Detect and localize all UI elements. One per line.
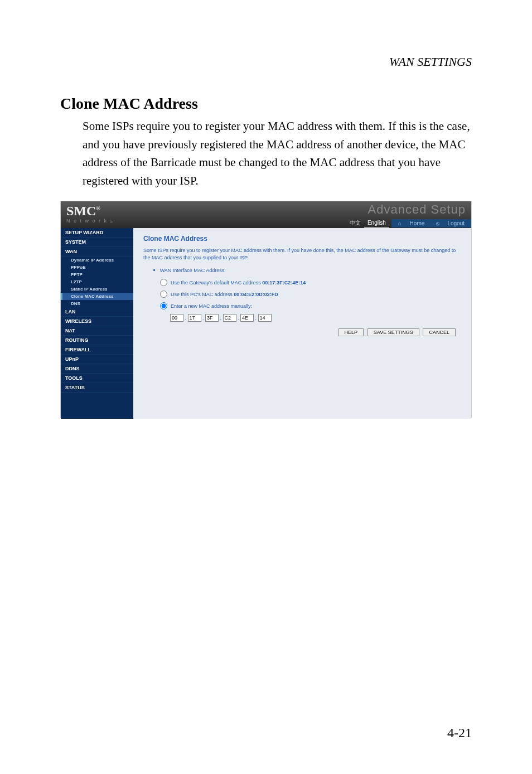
mac-octet-4[interactable] — [223, 314, 236, 322]
sidebar-item-routing[interactable]: ROUTING — [61, 336, 133, 345]
panel-title: Clone MAC Address — [143, 235, 461, 243]
mac-input-row: : : : : : — [143, 314, 461, 322]
home-link[interactable]: Home — [407, 219, 428, 228]
sidebar-item-dynamic-ip-address[interactable]: Dynamic IP Address — [61, 257, 133, 264]
cancel-button[interactable]: CANCEL — [423, 328, 456, 336]
opt1-text: Use the Gateway's default MAC address — [171, 280, 262, 286]
opt2-mac: 00:04:E2:0D:02:FD — [234, 292, 278, 297]
sidebar-item-dns[interactable]: DNS — [61, 300, 133, 307]
app-header: SMC® N e t w o r k s Advanced Setup 中文 E… — [61, 201, 471, 228]
radio-manual-mac[interactable] — [160, 302, 167, 309]
sidebar-item-firewall[interactable]: FIREWALL — [61, 345, 133, 355]
logout-icon: ⎋ — [433, 219, 443, 228]
logo: SMC® — [66, 204, 100, 219]
mac-octet-6[interactable] — [258, 314, 272, 322]
home-logout-bar: ⌂ Home ⎋ Logout — [391, 219, 471, 228]
sidebar-item-pptp[interactable]: PPTP — [61, 271, 133, 278]
sidebar-item-wireless[interactable]: WIRELESS — [61, 317, 133, 326]
sidebar-item-system[interactable]: SYSTEM — [61, 238, 133, 247]
sidebar-item-pppoe[interactable]: PPPoE — [61, 264, 133, 271]
app-title: Advanced Setup — [368, 202, 466, 217]
mac-octet-5[interactable] — [240, 314, 254, 322]
logo-reg: ® — [96, 205, 100, 211]
sidebar-item-l2tp[interactable]: L2TP — [61, 278, 133, 286]
opt2-text: Use this PC's MAC address — [171, 292, 234, 297]
page-number: 4-21 — [447, 725, 472, 741]
logo-text: SMC — [66, 204, 96, 218]
lang-chinese-link[interactable]: 中文 — [346, 218, 364, 228]
mac-octet-1[interactable] — [170, 314, 183, 322]
sidebar-item-status[interactable]: STATUS — [61, 383, 133, 393]
section-title: Clone MAC Address — [60, 95, 198, 113]
language-bar: 中文 English ⌂ Home ⎋ Logout — [346, 218, 471, 228]
lang-english-link[interactable]: English — [364, 219, 389, 228]
wan-mac-label: WAN Interface MAC Address: — [143, 268, 461, 273]
mac-octet-2[interactable] — [188, 314, 201, 322]
radio-option-manual-mac[interactable]: Enter a new MAC address manually: — [143, 302, 461, 309]
sidebar-item-tools[interactable]: TOOLS — [61, 374, 133, 383]
opt1-mac: 00:17:3F:C2:4E:14 — [262, 280, 306, 286]
sidebar: SETUP WIZARDSYSTEMWANDynamic IP AddressP… — [61, 228, 133, 419]
save-settings-button[interactable]: SAVE SETTINGS — [367, 328, 419, 336]
radio-option-pc-mac[interactable]: Use this PC's MAC address 00:04:E2:0D:02… — [143, 291, 461, 298]
sidebar-item-nat[interactable]: NAT — [61, 326, 133, 336]
radio-pc-mac[interactable] — [160, 291, 167, 298]
panel-description: Some ISPs require you to register your M… — [143, 247, 461, 261]
sidebar-item-upnp[interactable]: UPnP — [61, 355, 133, 364]
radio-default-mac[interactable] — [160, 279, 167, 286]
sidebar-item-wan[interactable]: WAN — [61, 247, 133, 257]
logo-subtitle: N e t w o r k s — [66, 218, 114, 224]
opt3-text: Enter a new MAC address manually: — [171, 303, 252, 309]
mac-octet-3[interactable] — [205, 314, 219, 322]
sidebar-item-clone-mac-address[interactable]: Clone MAC Address — [61, 293, 133, 300]
logout-link[interactable]: Logout — [444, 219, 468, 228]
home-icon: ⌂ — [395, 219, 405, 228]
body-paragraph: Some ISPs require you to register your M… — [83, 117, 472, 190]
router-ui-screenshot: SMC® N e t w o r k s Advanced Setup 中文 E… — [60, 201, 472, 418]
help-button[interactable]: HELP — [338, 328, 364, 336]
sidebar-item-lan[interactable]: LAN — [61, 307, 133, 317]
sidebar-item-ddns[interactable]: DDNS — [61, 364, 133, 374]
content-panel: Clone MAC Address Some ISPs require you … — [133, 228, 471, 419]
radio-option-default-mac[interactable]: Use the Gateway's default MAC address 00… — [143, 279, 461, 286]
sidebar-item-static-ip-address[interactable]: Static IP Address — [61, 286, 133, 293]
button-row: HELP SAVE SETTINGS CANCEL — [143, 328, 461, 336]
running-header: WAN SETTINGS — [389, 55, 472, 69]
sidebar-item-setup-wizard[interactable]: SETUP WIZARD — [61, 228, 133, 238]
